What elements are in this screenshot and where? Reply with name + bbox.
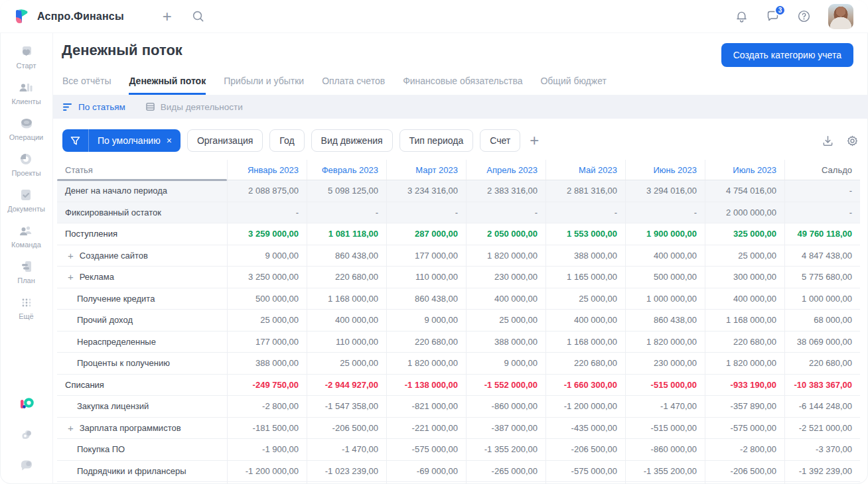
notifications-bell-icon[interactable] [735, 9, 749, 23]
main-area: Денежный поток Создать категорию учета В… [53, 33, 868, 484]
cell-value: -2 800,00 [227, 396, 307, 417]
column-header-month[interactable]: Июнь 2023 [625, 160, 705, 180]
cell-value: 110 000,00 [386, 267, 466, 288]
table-settings-gear-icon[interactable] [846, 135, 859, 147]
expand-plus-icon[interactable]: + [68, 272, 74, 282]
table-row[interactable]: Покупка ПО-1 900,00-1 470,00-575 000,00-… [57, 439, 860, 461]
cell-value: 5 775 680,00 [784, 267, 860, 288]
sidebar-item-projects[interactable]: Проекты [11, 151, 40, 177]
table-row[interactable]: +Реклама3 250 000,00220 680,00110 000,00… [57, 267, 860, 288]
app-logo[interactable]: Аспро.Финансы [13, 8, 124, 25]
sidebar-bottom [18, 395, 35, 484]
sidebar-item-start[interactable]: Старт [17, 44, 36, 70]
search-icon[interactable] [192, 10, 204, 23]
filter-chip-account[interactable]: Счет [480, 129, 520, 152]
row-label: Фиксированный остаток [57, 202, 227, 223]
horizontal-scrollbar-thumb[interactable] [57, 179, 227, 181]
add-filter-icon[interactable]: + [530, 133, 539, 149]
table-row[interactable]: +Создание сайтов9 000,00860 438,00177 00… [57, 245, 860, 267]
sidebar-item-team[interactable]: Команда [11, 223, 41, 249]
cell-value: -1 660 300,00 [545, 375, 625, 396]
page-header: Денежный поток Создать категорию учета В… [53, 33, 868, 95]
table-row[interactable]: +Зарплата программистов-181 500,00-206 5… [57, 418, 860, 440]
subtab-by-articles[interactable]: По статьям [62, 102, 125, 112]
cell-value: - [227, 202, 307, 223]
cell-value: 388 000,00 [466, 332, 545, 353]
expand-plus-icon[interactable]: + [68, 423, 74, 433]
tab-financial-obligations[interactable]: Финансовые обязательства [403, 76, 522, 95]
cell-value: 177 000,00 [386, 245, 466, 267]
column-header-month[interactable]: Январь 2023 [227, 160, 307, 180]
cell-value: 287 000,00 [386, 223, 466, 245]
sidebar-item-documents[interactable]: Документы [7, 187, 45, 213]
cell-value: -181 500,00 [227, 418, 307, 439]
column-header-month[interactable]: Март 2023 [386, 160, 466, 180]
cell-value: 325 000,00 [705, 223, 784, 245]
cell-value: 220 680,00 [545, 353, 625, 374]
column-header-month[interactable]: Апрель 2023 [466, 160, 545, 180]
column-header-month[interactable]: Февраль 2023 [307, 160, 386, 180]
cell-value: -10 383 367,00 [784, 375, 860, 396]
cell-value: - [545, 202, 625, 223]
aspro-p-logo-icon[interactable] [18, 395, 35, 412]
expand-plus-icon[interactable]: + [68, 251, 74, 261]
tab-general-budget[interactable]: Общий бюджет [540, 76, 606, 95]
column-header-month[interactable]: Июль 2023 [705, 160, 784, 180]
cell-value: 25 000,00 [466, 310, 545, 331]
help-icon[interactable] [797, 9, 811, 23]
sidebar-item-clients[interactable]: Клиенты [11, 80, 40, 105]
sidebar-item-label: Проекты [11, 169, 40, 177]
cell-value: -265 000,00 [466, 461, 545, 482]
export-download-icon[interactable] [822, 135, 834, 147]
column-header-article[interactable]: Статья [57, 160, 227, 180]
cell-value: 3 294 016,00 [625, 180, 705, 202]
filter-chip-period-type[interactable]: Тип периода [399, 129, 474, 152]
table-row[interactable]: Получение кредита500 000,001 168 000,008… [57, 288, 860, 310]
table-row[interactable]: Поступления3 259 000,001 081 118,00287 0… [57, 223, 860, 245]
table-row[interactable]: Нераспределенные177 000,00110 000,00220 … [57, 332, 860, 353]
cell-value: -1 200 000,00 [545, 396, 625, 417]
cell-value: 4 847 438,00 [784, 245, 860, 267]
tab-invoice-payment[interactable]: Оплата счетов [322, 76, 385, 95]
cell-value: 1 000 000,00 [625, 288, 705, 310]
table-row[interactable]: Списания-249 750,00-2 944 927,00-1 138 0… [57, 375, 860, 396]
cell-value: 2 881 316,00 [545, 180, 625, 202]
create-category-button[interactable]: Создать категорию учета [721, 43, 853, 67]
clients-icon [18, 80, 34, 95]
cell-value: 9 000,00 [466, 353, 545, 374]
filter-preset-button[interactable]: По умолчанию × [62, 129, 181, 152]
cell-value: 1 000 000,00 [784, 288, 860, 310]
column-header-saldo[interactable]: Сальдо [784, 160, 860, 180]
tab-cash-flow[interactable]: Денежный поток [129, 76, 206, 95]
quick-add-button[interactable]: + [163, 9, 172, 25]
filter-chip-movement-type[interactable]: Вид движения [311, 129, 393, 152]
sidebar-item-more[interactable]: Ещё [19, 294, 35, 320]
sidebar-item-label: Старт [17, 62, 36, 70]
column-header-month[interactable]: Май 2023 [545, 160, 625, 180]
chat-icon[interactable]: 3 [766, 9, 780, 23]
sidebar-item-operations[interactable]: Операции [9, 115, 43, 141]
filter-chip-organization[interactable]: Организация [187, 129, 263, 152]
table-row[interactable]: Подрядчики и фрилансеры-1 200 000,00-1 0… [57, 461, 860, 483]
tab-all-reports[interactable]: Все отчёты [62, 76, 111, 95]
table-row[interactable]: Проценты к получению388 000,0025 000,001… [57, 353, 860, 375]
clear-preset-icon[interactable]: × [167, 135, 172, 146]
table-row[interactable]: Прочий доход25 000,00400 000,009 000,002… [57, 310, 860, 332]
table-row[interactable]: Денег на начало периода2 088 875,005 098… [57, 180, 860, 202]
cell-value: 68 000,00 [784, 310, 860, 331]
subtab-activity-types[interactable]: Виды деятельности [145, 102, 243, 112]
user-avatar[interactable] [828, 4, 853, 29]
projects-icon [18, 151, 34, 167]
stacked-rows-icon [145, 102, 155, 111]
cell-value: -435 000,00 [545, 418, 625, 439]
tab-profit-loss[interactable]: Прибыли и убытки [224, 76, 304, 95]
filter-chip-year[interactable]: Год [269, 129, 304, 152]
cell-value: - [466, 202, 545, 223]
cell-value: 500 000,00 [227, 288, 307, 310]
cell-value: 220 680,00 [705, 332, 784, 353]
table-row[interactable]: Фиксированный остаток------2 000 000,00- [57, 202, 860, 224]
sidebar-item-plan[interactable]: План [17, 259, 35, 284]
settings-gear-icon[interactable] [19, 427, 35, 443]
support-chat-icon[interactable] [19, 457, 35, 473]
table-row[interactable]: Закупка лицензий-2 800,00-1 547 358,00-8… [57, 396, 860, 418]
